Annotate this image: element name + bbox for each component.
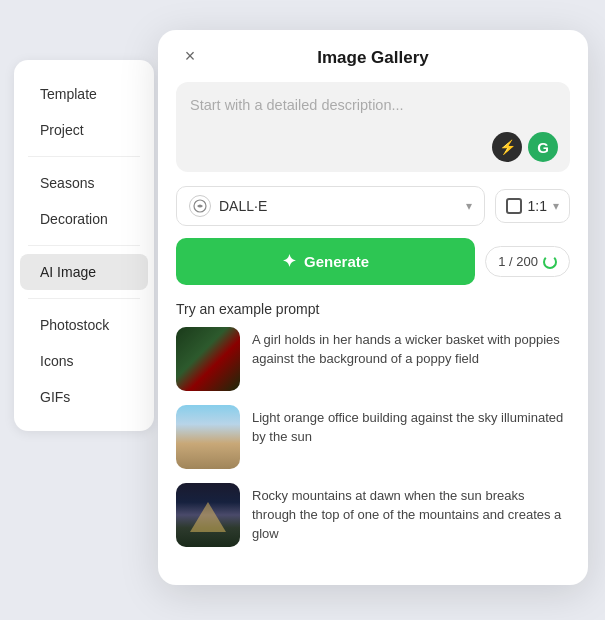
close-button[interactable]: × (176, 42, 204, 70)
prompt-text-building: Light orange office building against the… (252, 405, 570, 447)
model-select[interactable]: DALL·E ▾ (176, 186, 485, 226)
prompt-thumb-poppy (176, 327, 240, 391)
model-select-label: DALL·E (219, 198, 458, 214)
sidebar-item-project[interactable]: Project (20, 112, 148, 148)
controls-row: DALL·E ▾ 1:1 ▾ (176, 186, 570, 226)
loading-spinner (543, 255, 557, 269)
sidebar-item-gifs[interactable]: GIFs (20, 379, 148, 415)
sidebar-item-template[interactable]: Template (20, 76, 148, 112)
counter-value: 1 / 200 (498, 254, 538, 269)
modal-header: × Image Gallery (158, 30, 588, 82)
generate-label: Generate (304, 253, 369, 270)
prompt-text-poppy: A girl holds in her hands a wicker baske… (252, 327, 570, 369)
model-chevron-icon: ▾ (466, 199, 472, 213)
sidebar-divider-2 (28, 245, 140, 246)
example-prompt-heading: Try an example prompt (176, 301, 570, 317)
sidebar: Template Project Seasons Decoration AI I… (14, 60, 154, 431)
ratio-square-icon (506, 198, 522, 214)
dall-e-icon (189, 195, 211, 217)
modal-title: Image Gallery (317, 48, 429, 68)
sidebar-divider-1 (28, 156, 140, 157)
prompt-thumb-mountain (176, 483, 240, 547)
prompt-thumb-building (176, 405, 240, 469)
counter-badge: 1 / 200 (485, 246, 570, 277)
grammarly-icon[interactable]: G (528, 132, 558, 162)
ratio-select[interactable]: 1:1 ▾ (495, 189, 570, 223)
prompt-item-building[interactable]: Light orange office building against the… (176, 405, 570, 469)
prompt-text-mountain: Rocky mountains at dawn when the sun bre… (252, 483, 570, 544)
sidebar-item-seasons[interactable]: Seasons (20, 165, 148, 201)
prompt-item-mountain[interactable]: Rocky mountains at dawn when the sun bre… (176, 483, 570, 547)
generate-row: ✦ Generate 1 / 200 (176, 238, 570, 285)
description-icons: ⚡ G (492, 132, 558, 162)
description-area[interactable]: Start with a detailed description... ⚡ G (176, 82, 570, 172)
image-gallery-modal: × Image Gallery Start with a detailed de… (158, 30, 588, 585)
ratio-label: 1:1 (528, 198, 547, 214)
sidebar-item-photostock[interactable]: Photostock (20, 307, 148, 343)
description-placeholder: Start with a detailed description... (190, 97, 404, 113)
magic-wand-icon: ✦ (282, 251, 296, 272)
sidebar-divider-3 (28, 298, 140, 299)
bolt-icon[interactable]: ⚡ (492, 132, 522, 162)
sidebar-item-icons[interactable]: Icons (20, 343, 148, 379)
generate-button[interactable]: ✦ Generate (176, 238, 475, 285)
sidebar-item-ai-image[interactable]: AI Image (20, 254, 148, 290)
prompt-item-poppy[interactable]: A girl holds in her hands a wicker baske… (176, 327, 570, 391)
ratio-chevron-icon: ▾ (553, 199, 559, 213)
sidebar-item-decoration[interactable]: Decoration (20, 201, 148, 237)
